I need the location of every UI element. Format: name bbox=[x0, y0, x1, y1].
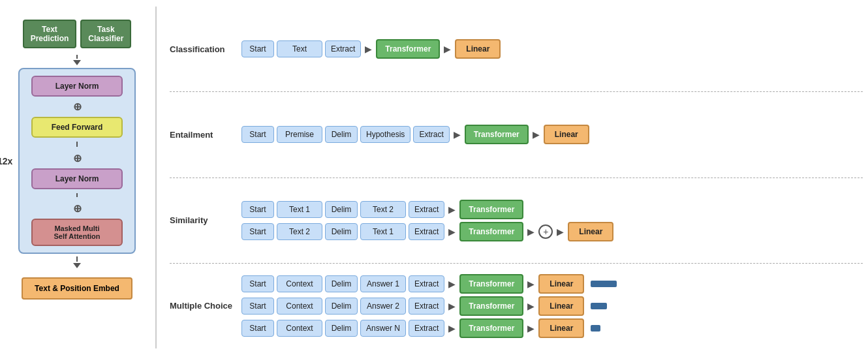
multiple-choice-section: Multiple Choice Start Context Delim Answ… bbox=[170, 264, 863, 348]
entailment-content: Start Premise Delim Hypothesis Extract ▶… bbox=[241, 125, 863, 144]
arrow-s4: ▶ bbox=[557, 226, 564, 237]
arrow-2: ▶ bbox=[444, 44, 451, 54]
seq-answer2-mc2: Answer 2 bbox=[360, 298, 406, 315]
similarity-label: Similarity bbox=[170, 215, 241, 225]
seq-extract-mc2: Extract bbox=[409, 298, 444, 315]
seq-context-mc2: Context bbox=[277, 298, 322, 315]
arrow-mc2b: ▶ bbox=[527, 301, 535, 311]
seq-text: Text bbox=[277, 40, 322, 57]
seq-context-mc3: Context bbox=[277, 320, 322, 337]
layer-norm-top: Layer Norm bbox=[31, 76, 123, 97]
classification-content: Start Text Extract ▶ Transformer ▶ Linea… bbox=[241, 39, 863, 59]
seq-answer1-mc1: Answer 1 bbox=[360, 275, 406, 292]
layer-norm-bottom: Layer Norm bbox=[31, 168, 123, 189]
plus-top: ⊕ bbox=[73, 100, 82, 113]
entailment-section: Entailment Start Premise Delim Hypothesi… bbox=[170, 92, 863, 178]
arrow-s1: ▶ bbox=[448, 204, 456, 215]
linear-mc1: Linear bbox=[538, 274, 584, 294]
seq-extract: Extract bbox=[325, 40, 361, 57]
seq-start-mc3: Start bbox=[241, 320, 274, 337]
attention: Masked MultiSelf Attention bbox=[31, 219, 123, 246]
mc-row-2: Start Context Delim Answer 2 Extract ▶ T… bbox=[241, 296, 863, 316]
embed-box: Text & Position Embed bbox=[22, 277, 132, 300]
right-panel: Classification Start Text Extract ▶ Tran… bbox=[155, 7, 863, 348]
seq-start: Start bbox=[241, 40, 274, 57]
multiple-choice-label: Multiple Choice bbox=[170, 301, 241, 311]
seq-text2-s2: Text 2 bbox=[277, 223, 322, 240]
multiple-choice-content: Start Context Delim Answer 1 Extract ▶ T… bbox=[241, 274, 863, 338]
arrow-mc3b: ▶ bbox=[527, 323, 535, 333]
entailment-label: Entailment bbox=[170, 130, 241, 140]
diagram: TextPrediction TaskClassifier 12x Layer … bbox=[0, 0, 868, 355]
classification-row: Start Text Extract ▶ Transformer ▶ Linea… bbox=[241, 39, 863, 59]
seq-answern-mc3: Answer N bbox=[360, 320, 406, 337]
transformer-mc2: Transformer bbox=[459, 296, 523, 316]
seq-extract-s2: Extract bbox=[409, 223, 444, 240]
arrow-s2: ▶ bbox=[448, 226, 456, 237]
linear-e: Linear bbox=[544, 125, 589, 144]
mc-row-1: Start Context Delim Answer 1 Extract ▶ T… bbox=[241, 274, 863, 294]
seq-extract-mc1: Extract bbox=[409, 275, 444, 292]
seq-delim-mc1: Delim bbox=[325, 275, 358, 292]
linear-mc3: Linear bbox=[538, 318, 584, 338]
transformer-e: Transformer bbox=[465, 125, 529, 144]
classification-label: Classification bbox=[170, 44, 241, 54]
similarity-content: Start Text 1 Delim Text 2 Extract ▶ Tran… bbox=[241, 200, 863, 241]
entailment-row: Start Premise Delim Hypothesis Extract ▶… bbox=[241, 125, 863, 144]
seq-delim-s2: Delim bbox=[325, 223, 358, 240]
task-classifier-box: TaskClassifier bbox=[80, 20, 131, 48]
multiplier-label: 12x bbox=[0, 156, 12, 166]
arrow-mc2: ▶ bbox=[448, 301, 456, 311]
seq-text2-s1: Text 2 bbox=[360, 201, 406, 218]
mc-row-3: Start Context Delim Answer N Extract ▶ T… bbox=[241, 318, 863, 338]
feed-forward: Feed Forward bbox=[31, 117, 123, 138]
transformer-block: Layer Norm ⊕ Feed Forward ⊕ Layer Norm ⊕… bbox=[18, 68, 136, 254]
seq-start-mc2: Start bbox=[241, 298, 274, 315]
plus-similarity: + bbox=[538, 224, 553, 239]
seq-extract-e: Extract bbox=[413, 126, 449, 143]
arrow-e1: ▶ bbox=[454, 129, 461, 140]
transformer-mc1: Transformer bbox=[459, 274, 523, 294]
seq-extract-s1: Extract bbox=[409, 201, 444, 218]
seq-extract-mc3: Extract bbox=[409, 320, 444, 337]
similarity-section: Similarity Start Text 1 Delim Text 2 Ext… bbox=[170, 178, 863, 264]
seq-delim-e: Delim bbox=[325, 126, 358, 143]
seq-delim-mc3: Delim bbox=[325, 320, 358, 337]
transformer-s1: Transformer bbox=[459, 200, 523, 219]
classification-section: Classification Start Text Extract ▶ Tran… bbox=[170, 7, 863, 92]
softmax-bars-3 bbox=[591, 325, 600, 332]
seq-text1-s1: Text 1 bbox=[277, 201, 322, 218]
left-panel: TextPrediction TaskClassifier 12x Layer … bbox=[5, 7, 149, 348]
seq-hypothesis: Hypothesis bbox=[360, 126, 411, 143]
linear-mc2: Linear bbox=[538, 296, 584, 316]
transformer-1: Transformer bbox=[376, 39, 440, 59]
seq-start-e: Start bbox=[241, 126, 274, 143]
output-boxes: TextPrediction TaskClassifier bbox=[23, 20, 132, 48]
seq-context-mc1: Context bbox=[277, 275, 322, 292]
softmax-bars-2 bbox=[591, 303, 607, 309]
similarity-row-2: Start Text 2 Delim Text 1 Extract ▶ Tran… bbox=[241, 222, 863, 241]
seq-start-s2: Start bbox=[241, 223, 274, 240]
softmax-bars bbox=[591, 281, 617, 287]
seq-text1-s2: Text 1 bbox=[360, 223, 406, 240]
text-prediction-box: TextPrediction bbox=[23, 20, 77, 48]
linear-s: Linear bbox=[568, 222, 613, 241]
seq-premise: Premise bbox=[277, 126, 322, 143]
similarity-row-1: Start Text 1 Delim Text 2 Extract ▶ Tran… bbox=[241, 200, 863, 219]
bar-2 bbox=[591, 303, 607, 309]
arrow-e2: ▶ bbox=[533, 129, 540, 140]
linear-1: Linear bbox=[455, 39, 501, 59]
arrow-mc1: ▶ bbox=[448, 279, 456, 289]
seq-delim-s1: Delim bbox=[325, 201, 358, 218]
plus-bottom: ⊕ bbox=[73, 202, 82, 215]
bar-1 bbox=[591, 281, 617, 287]
transformer-mc3: Transformer bbox=[459, 318, 523, 338]
transformer-s2: Transformer bbox=[459, 222, 523, 241]
seq-delim-mc2: Delim bbox=[325, 298, 358, 315]
plus-mid: ⊕ bbox=[73, 152, 82, 164]
bar-3 bbox=[591, 325, 600, 332]
arrow-s3: ▶ bbox=[527, 226, 535, 237]
arrow-mc1b: ▶ bbox=[527, 279, 535, 289]
arrow-mc3: ▶ bbox=[448, 323, 456, 333]
arrow-1: ▶ bbox=[365, 44, 372, 54]
